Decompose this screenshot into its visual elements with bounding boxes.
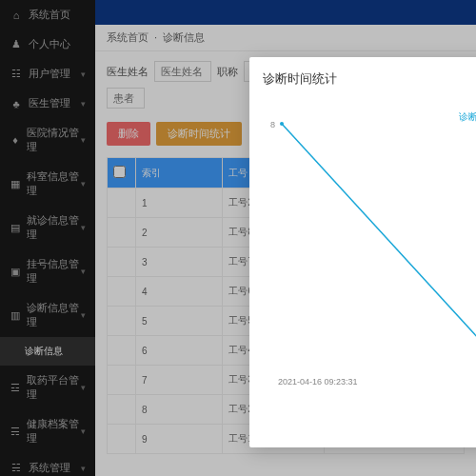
stats-modal: 诊断时间统计 诊断 8 2021-04-16 09:23:31	[249, 57, 476, 447]
svg-point-1	[280, 122, 284, 126]
modal-title: 诊断时间统计	[263, 70, 476, 88]
svg-line-0	[282, 124, 476, 352]
line-chart	[263, 95, 476, 390]
y-tick-8: 8	[270, 120, 275, 129]
x-axis-tick: 2021-04-16 09:23:31	[278, 377, 358, 387]
chart-area: 诊断 8 2021-04-16 09:23:31	[263, 95, 476, 390]
